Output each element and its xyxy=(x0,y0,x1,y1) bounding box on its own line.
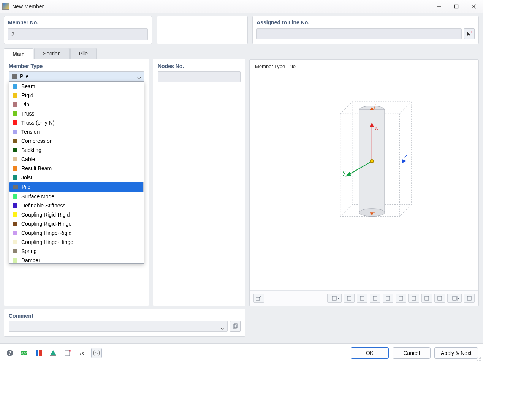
member-type-option[interactable]: Surface Model xyxy=(9,192,144,201)
member-type-swatch xyxy=(12,74,17,79)
comment-card: Comment xyxy=(4,309,245,337)
view-icon[interactable] xyxy=(48,348,59,358)
pick-icon[interactable] xyxy=(62,348,73,358)
svg-rect-45 xyxy=(50,355,56,356)
comment-label: Comment xyxy=(4,309,245,321)
print-icon[interactable] xyxy=(447,294,462,303)
member-type-option[interactable]: Coupling Hinge-Hinge xyxy=(9,238,144,247)
help-icon[interactable]: ? xyxy=(5,348,15,358)
member-no-field[interactable]: 2 xyxy=(8,28,148,40)
assigned-card: Assigned to Line No. xyxy=(252,16,479,44)
member-type-option[interactable]: Definable Stiffness xyxy=(9,201,144,210)
svg-rect-31 xyxy=(412,296,416,300)
member-type-option[interactable]: Cable xyxy=(9,155,144,164)
comment-field[interactable] xyxy=(9,321,228,332)
svg-line-8 xyxy=(400,102,412,114)
member-type-option[interactable]: Compression xyxy=(9,136,144,146)
member-type-dropdown[interactable]: Pile BeamRigidRibTrussTruss (only N)Tens… xyxy=(9,71,144,81)
member-type-option[interactable]: Coupling Rigid-Hinge xyxy=(9,219,144,228)
search-icon[interactable] xyxy=(464,294,475,303)
member-type-option[interactable]: Beam xyxy=(9,82,144,91)
footer: ?0,00fx OK Cancel Apply & Next xyxy=(0,343,483,362)
svg-line-10 xyxy=(340,204,352,216)
svg-marker-44 xyxy=(51,350,56,355)
ok-button[interactable]: OK xyxy=(351,347,389,359)
member-type-selected: Pile xyxy=(20,73,28,79)
units-icon[interactable]: 0,00 xyxy=(19,348,30,358)
assigned-label: Assigned to Line No. xyxy=(253,16,478,28)
orient-icon[interactable] xyxy=(327,294,342,303)
svg-marker-18 xyxy=(402,159,407,163)
preview-panel: Member Type 'Pile' xyxy=(249,59,479,306)
svg-rect-28 xyxy=(373,296,377,300)
member-type-option[interactable]: Tension xyxy=(9,127,144,136)
svg-rect-42 xyxy=(36,350,38,356)
minimize-button[interactable] xyxy=(430,0,448,13)
member-type-option[interactable]: Damper xyxy=(9,256,144,264)
svg-rect-35 xyxy=(467,296,471,300)
member-type-option[interactable]: Rigid xyxy=(9,91,144,100)
resize-grip-icon[interactable] xyxy=(477,356,482,361)
axis-x-label: x xyxy=(375,125,378,131)
svg-point-55 xyxy=(477,360,478,361)
member-type-option[interactable]: Truss xyxy=(9,109,144,118)
member-type-option[interactable]: Pile xyxy=(9,182,144,192)
svg-rect-26 xyxy=(347,296,351,300)
export-icon[interactable] xyxy=(253,294,264,303)
preview-canvas[interactable]: x z y j i xyxy=(253,71,475,290)
member-type-option[interactable]: Coupling Hinge-Rigid xyxy=(9,228,144,238)
maximize-button[interactable] xyxy=(448,0,465,13)
svg-text:0,00: 0,00 xyxy=(21,352,27,355)
beam-icon[interactable] xyxy=(396,294,406,303)
chevron-down-icon[interactable] xyxy=(220,325,224,332)
fit-icon[interactable] xyxy=(357,294,367,303)
member-no-label: Member No. xyxy=(4,16,152,28)
tab-main[interactable]: Main xyxy=(4,48,33,59)
svg-rect-32 xyxy=(425,296,429,300)
window-title: New Member xyxy=(12,3,44,10)
svg-rect-33 xyxy=(438,296,442,300)
blank-card xyxy=(157,16,248,44)
member-type-option[interactable]: Buckling xyxy=(9,146,144,155)
script-icon[interactable] xyxy=(91,348,102,358)
member-type-option[interactable]: Result Beam xyxy=(9,164,144,173)
nodes-icon[interactable] xyxy=(370,294,380,303)
section-icon[interactable] xyxy=(383,294,393,303)
member-type-option[interactable]: Spring xyxy=(9,247,144,256)
pick-line-button[interactable] xyxy=(464,28,475,39)
svg-rect-30 xyxy=(399,296,403,300)
close-button[interactable] xyxy=(465,0,483,13)
tab-section[interactable]: Section xyxy=(34,48,70,59)
tabs: MainSectionPile xyxy=(4,48,479,59)
svg-rect-46 xyxy=(65,350,70,356)
svg-point-50 xyxy=(480,357,481,358)
member-type-option[interactable]: Truss (only N) xyxy=(9,118,144,127)
axis-z-label: z xyxy=(404,153,407,159)
member-type-option[interactable]: Rib xyxy=(9,100,144,109)
preview-title: Member Type 'Pile' xyxy=(250,60,478,69)
member-type-option[interactable]: Coupling Rigid-Rigid xyxy=(9,210,144,219)
fx-icon[interactable]: fx xyxy=(77,348,87,358)
number-icon[interactable] xyxy=(408,294,419,303)
svg-rect-29 xyxy=(386,296,390,300)
partial-icon[interactable] xyxy=(33,348,44,358)
member-type-label: Member Type xyxy=(4,59,149,71)
list-icon[interactable] xyxy=(434,294,445,303)
axis-y-label: y xyxy=(343,169,346,176)
mid-panel: Nodes No. xyxy=(153,59,245,306)
assigned-field[interactable] xyxy=(256,28,462,39)
member-type-option[interactable]: Joist xyxy=(9,173,144,182)
svg-point-21 xyxy=(370,160,374,163)
svg-rect-43 xyxy=(39,350,42,356)
tab-pile[interactable]: Pile xyxy=(70,48,97,59)
svg-point-53 xyxy=(480,360,481,361)
svg-point-51 xyxy=(480,358,481,359)
svg-point-54 xyxy=(479,360,480,361)
cancel-button[interactable]: Cancel xyxy=(393,347,431,359)
apply-next-button[interactable]: Apply & Next xyxy=(434,347,478,359)
nodes-no-field[interactable] xyxy=(158,71,241,82)
measure-icon[interactable] xyxy=(344,294,355,303)
grid-icon[interactable] xyxy=(421,294,432,303)
member-type-options[interactable]: BeamRigidRibTrussTruss (only N)TensionCo… xyxy=(9,81,144,264)
copy-comment-button[interactable] xyxy=(230,321,241,332)
